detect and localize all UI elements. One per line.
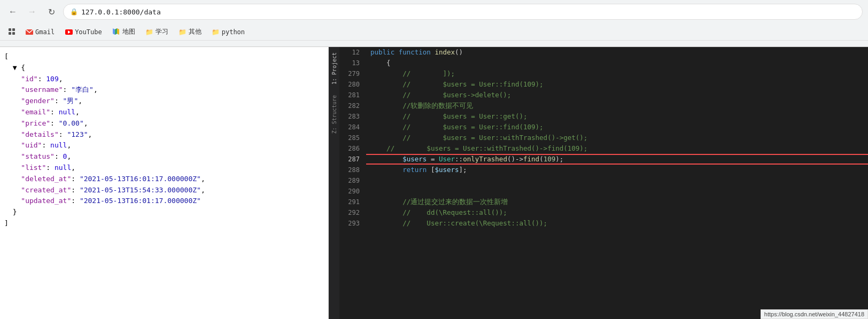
tooltip-url: https://blog.csdn.net/weixin_44827418 [761,309,868,319]
json-line-2: ▼ { [0,63,328,74]
code-area[interactable]: 12 13 279 280 281 282 283 284 285 286 28… [339,47,868,319]
map-icon [113,28,120,36]
json-line-email: "email": null, [0,107,328,118]
json-line-created-at: "created_at": "2021-05-13T15:54:33.00000… [0,185,328,196]
json-line-updated-at: "updated_at": "2021-05-13T16:01:17.00000… [0,196,328,207]
code-line-283: // $users = User::get(); [370,111,868,122]
code-line-12: public function index () [370,47,868,58]
code-line-293: // User::create(\Request::all()); [370,218,868,229]
svg-marker-9 [117,28,119,35]
gmail-icon [26,28,33,36]
code-line-290 [370,186,868,197]
ln-281: 281 [339,90,362,100]
code-line-286: ➤ // $users = User::withTrashed()->find(… [370,143,868,154]
json-line-details: "details": "123", [0,129,328,141]
structure-tab[interactable]: Z: Structure [330,90,339,139]
ln-290: 290 [339,186,362,197]
json-line-status: "status": 0, [0,151,328,162]
code-line-284: // $users = User::find(109); [370,122,868,133]
json-line-uid: "uid": null, [0,140,328,151]
ln-282: 282 [339,100,362,111]
lock-icon: 🔒 [70,8,78,15]
json-line-list: "list": null, [0,162,328,174]
vertical-tabs: 1: Project Z: Structure [329,47,339,319]
json-line-id: "id": 109, [0,74,328,85]
ln-13: 13 [339,58,362,68]
ln-285: 285 [339,133,362,143]
bookmark-map-label: 地图 [122,27,135,36]
ln-292: 292 [339,207,362,218]
apps-button[interactable] [5,25,19,39]
ln-280: 280 [339,79,362,90]
bookmark-other[interactable]: 📁 其他 [175,25,206,39]
ln-284: 284 [339,122,362,133]
folder-python-icon: 📁 [212,28,220,36]
svg-rect-1 [12,28,15,31]
address-bar[interactable]: 🔒 127.0.0.1:8000/data [63,4,863,20]
back-button[interactable]: ← [5,4,20,19]
code-line-279: // ]); [370,68,868,79]
code-with-numbers: 12 13 279 280 281 282 283 284 285 286 28… [339,47,868,319]
bookmark-youtube[interactable]: YouTube [61,25,106,39]
folder-other-icon: 📁 [179,28,187,36]
ln-289: 289 [339,175,362,186]
code-line-281: // $users->delete(); [370,90,868,100]
svg-rect-2 [9,32,11,35]
json-line-close-bracket: ] [0,218,328,229]
folder-study-icon: 📁 [146,28,153,36]
code-content: public function index () { // [366,47,868,319]
token-public: public [370,47,394,58]
ln-279: 279 [339,68,362,79]
forward-button[interactable]: → [25,4,40,19]
code-line-291: //通过提交过来的数据一次性新增 [370,197,868,207]
json-line-price: "price": "0.00", [0,118,328,129]
code-line-292: // dd(\Request::all()); [370,207,868,218]
bookmark-study-label: 学习 [156,27,168,36]
bookmark-gmail[interactable]: Gmail [21,25,59,39]
ln-291: 291 [339,197,362,207]
code-line-280: // $users = User::find(109); [370,79,868,90]
ln-283: 283 [339,111,362,122]
json-line-gender: "gender": "男", [0,96,328,107]
ln-288: 288 [339,165,362,175]
svg-rect-0 [9,28,11,31]
svg-rect-3 [12,32,15,35]
ln-12: 12 [339,47,362,58]
ln-286: 286 [339,143,362,154]
json-line-username: "username": "李白", [0,84,328,96]
json-line-deleted-at: "deleted_at": "2021-05-13T16:01:17.00000… [0,174,328,185]
code-line-282: //软删除的数据不可见 [370,100,868,111]
main-content: [ ▼ { "id": 109, "username": "李白", "gend… [0,47,868,319]
code-line-288: return [ $users ]; [370,165,868,175]
json-line-1: [ [0,51,328,63]
url-display: 127.0.0.1:8000/data [81,8,161,16]
ln-287: 287 [339,154,362,165]
browser-toolbar: ← → ↻ 🔒 127.0.0.1:8000/data [0,0,868,24]
bookmark-map[interactable]: 地图 [108,25,140,39]
bookmarks-bar: Gmail YouTube 地图 📁 学习 📁 其他 [0,24,868,41]
bookmark-study[interactable]: 📁 学习 [142,25,173,39]
code-line-285: // $users = User::withTrashed()->get(); [370,133,868,143]
bookmark-python-label: python [222,28,245,36]
editor-panel: 1: Project Z: Structure 12 13 279 280 28… [329,47,868,319]
svg-marker-8 [115,28,117,35]
project-tab[interactable]: 1: Project [330,47,339,90]
ln-293: 293 [339,218,362,229]
youtube-icon [65,28,73,36]
json-panel[interactable]: [ ▼ { "id": 109, "username": "李白", "gend… [0,47,329,319]
bookmark-other-label: 其他 [189,27,201,36]
bookmark-gmail-label: Gmail [35,28,55,36]
code-line-13: { [370,58,868,68]
json-line-close-brace: } [0,207,328,218]
bookmark-python[interactable]: 📁 python [208,25,249,39]
reload-button[interactable]: ↻ [44,4,59,19]
line-numbers: 12 13 279 280 281 282 283 284 285 286 28… [339,47,366,319]
bookmark-youtube-label: YouTube [75,28,102,36]
code-line-289 [370,175,868,186]
code-line-287: $users = User :: onlyTrashed ()-> find (… [370,154,868,165]
